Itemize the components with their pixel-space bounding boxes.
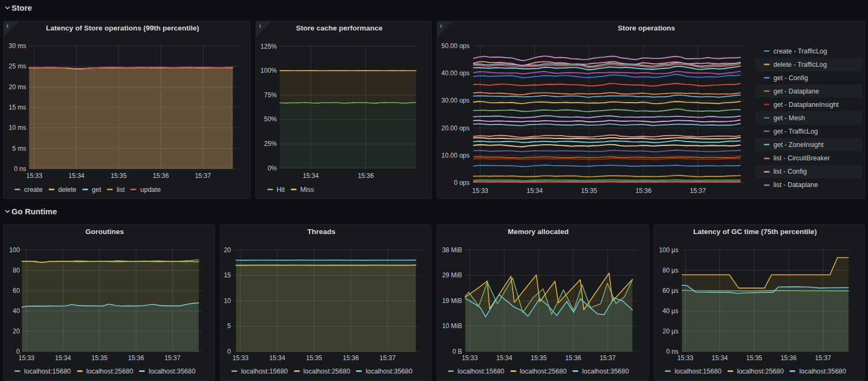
svg-text:75%: 75% xyxy=(264,91,277,99)
svg-text:10 MiB: 10 MiB xyxy=(442,322,462,330)
svg-text:29 MiB: 29 MiB xyxy=(442,271,462,279)
svg-text:15:35: 15:35 xyxy=(91,354,107,361)
svg-text:20: 20 xyxy=(223,246,231,253)
svg-text:60 µs: 60 µs xyxy=(662,286,678,294)
svg-text:15:35: 15:35 xyxy=(581,187,597,195)
svg-text:40.00 ops: 40.00 ops xyxy=(441,69,469,77)
svg-text:15:37: 15:37 xyxy=(689,187,706,195)
svg-text:19 MiB: 19 MiB xyxy=(442,297,462,304)
svg-text:15:34: 15:34 xyxy=(496,354,512,361)
svg-text:15:35: 15:35 xyxy=(530,354,546,361)
svg-text:15:33: 15:33 xyxy=(472,187,488,195)
svg-text:15:34: 15:34 xyxy=(269,354,285,361)
svg-text:5: 5 xyxy=(227,322,231,330)
svg-text:0%: 0% xyxy=(268,165,277,172)
svg-text:15:36: 15:36 xyxy=(565,354,581,361)
svg-text:15:36: 15:36 xyxy=(780,354,796,361)
svg-text:15:34: 15:34 xyxy=(55,354,71,361)
svg-text:15:37: 15:37 xyxy=(195,172,211,180)
svg-text:15:37: 15:37 xyxy=(379,354,396,361)
svg-text:5 ms: 5 ms xyxy=(12,145,26,152)
svg-text:10: 10 xyxy=(223,297,231,304)
svg-text:15:33: 15:33 xyxy=(461,354,477,361)
svg-text:60: 60 xyxy=(12,286,20,294)
svg-text:30.00 ops: 30.00 ops xyxy=(441,97,469,104)
svg-text:15:35: 15:35 xyxy=(746,354,762,361)
svg-text:15:37: 15:37 xyxy=(599,354,615,361)
svg-text:25%: 25% xyxy=(264,140,277,147)
svg-text:0 ns: 0 ns xyxy=(666,348,678,355)
svg-text:15:36: 15:36 xyxy=(635,187,651,195)
svg-text:100%: 100% xyxy=(260,67,277,74)
svg-text:15:37: 15:37 xyxy=(164,354,180,361)
svg-text:100 µs: 100 µs xyxy=(659,246,678,253)
svg-text:0 B: 0 B xyxy=(452,348,462,355)
svg-text:80 µs: 80 µs xyxy=(662,266,678,274)
svg-text:15:35: 15:35 xyxy=(306,354,322,361)
svg-text:20: 20 xyxy=(12,327,20,335)
svg-text:10.00 ops: 10.00 ops xyxy=(441,152,469,159)
svg-text:15:35: 15:35 xyxy=(110,172,126,180)
svg-text:15:34: 15:34 xyxy=(526,187,542,195)
svg-text:50.00 ops: 50.00 ops xyxy=(441,42,469,50)
svg-text:20.00 ops: 20.00 ops xyxy=(441,125,469,132)
svg-text:20 ms: 20 ms xyxy=(9,83,26,91)
svg-text:15:36: 15:36 xyxy=(152,172,168,180)
svg-text:100: 100 xyxy=(9,246,20,253)
svg-text:38 MiB: 38 MiB xyxy=(442,246,462,253)
svg-text:15:33: 15:33 xyxy=(677,354,693,361)
svg-text:0 ns: 0 ns xyxy=(14,165,26,173)
svg-text:0 ops: 0 ops xyxy=(454,179,469,186)
svg-text:40: 40 xyxy=(12,307,20,314)
svg-text:15:34: 15:34 xyxy=(303,172,319,180)
svg-text:15:33: 15:33 xyxy=(26,172,42,180)
svg-text:125%: 125% xyxy=(260,43,277,50)
svg-text:20 µs: 20 µs xyxy=(662,327,678,335)
svg-text:15:34: 15:34 xyxy=(68,172,84,180)
svg-text:15:36: 15:36 xyxy=(128,354,144,361)
svg-text:10 ms: 10 ms xyxy=(9,124,26,131)
svg-text:0: 0 xyxy=(227,348,231,355)
svg-text:15:37: 15:37 xyxy=(815,354,831,361)
svg-text:80: 80 xyxy=(12,266,20,274)
svg-text:50%: 50% xyxy=(264,115,277,123)
svg-text:15:33: 15:33 xyxy=(18,354,34,361)
svg-text:15:36: 15:36 xyxy=(358,172,374,180)
svg-text:25 ms: 25 ms xyxy=(9,63,26,70)
svg-text:15:34: 15:34 xyxy=(711,354,727,361)
svg-text:15:33: 15:33 xyxy=(232,354,248,361)
svg-text:15:36: 15:36 xyxy=(343,354,359,361)
svg-text:40 µs: 40 µs xyxy=(662,307,678,314)
svg-text:15 ms: 15 ms xyxy=(9,104,26,111)
svg-text:15: 15 xyxy=(223,271,231,279)
svg-text:30 ms: 30 ms xyxy=(9,42,26,50)
